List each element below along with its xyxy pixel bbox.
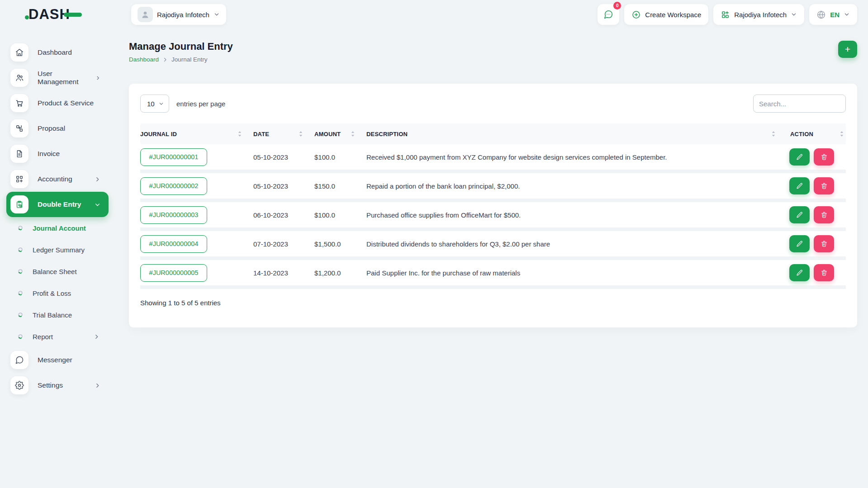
invoice-icon <box>10 145 28 163</box>
sort-icon[interactable] <box>299 131 303 137</box>
edit-button[interactable] <box>789 235 810 252</box>
column-header-amount[interactable]: AMOUNT <box>308 131 360 137</box>
grid-plus-icon <box>721 10 730 19</box>
page-title: Manage Journal Entry <box>129 41 233 52</box>
create-workspace-label: Create Workspace <box>645 11 701 19</box>
breadcrumb: Dashboard Journal Entry <box>129 56 233 63</box>
delete-button[interactable] <box>814 264 834 281</box>
pencil-icon <box>796 269 803 276</box>
sort-icon[interactable] <box>351 131 355 137</box>
sidebar-item-dashboard[interactable]: Dashboard <box>0 40 109 65</box>
column-header-date[interactable]: DATE <box>247 131 308 137</box>
company-selector[interactable]: Rajodiya Infotech <box>713 4 804 25</box>
sort-icon[interactable] <box>771 131 776 137</box>
bullet-icon <box>18 247 23 252</box>
avatar <box>138 7 153 22</box>
pencil-icon <box>796 182 803 190</box>
sort-icon[interactable] <box>840 131 844 137</box>
users-icon <box>10 69 28 87</box>
workspace-name: Rajodiya Infotech <box>157 11 209 19</box>
bullet-icon <box>18 226 23 230</box>
delete-button[interactable] <box>814 148 834 166</box>
sidebar-item-product-service[interactable]: Product & Service <box>0 90 109 116</box>
topbar: DASH Rajodiya Infotech 0 Create Workspac… <box>0 0 868 29</box>
sidebar-subitem-profit-loss[interactable]: Profit & Loss <box>0 282 109 304</box>
table-row: #JUR000000002 05-10-2023 $150.0 Repaid a… <box>140 173 846 202</box>
entries-per-page-select[interactable]: 10 <box>140 95 169 113</box>
edit-button[interactable] <box>789 206 810 223</box>
sidebar-item-invoice[interactable]: Invoice <box>0 141 109 166</box>
messenger-icon <box>10 351 28 369</box>
breadcrumb-current: Journal Entry <box>171 56 208 63</box>
journal-date: 05-10-2023 <box>247 182 308 190</box>
pencil-icon <box>796 240 803 247</box>
table-summary: Showing 1 to 5 of 5 entries <box>140 299 846 307</box>
delete-button[interactable] <box>814 177 834 194</box>
journal-amount: $1,200.0 <box>308 269 360 277</box>
gear-icon <box>10 376 28 394</box>
sidebar-item-settings[interactable]: Settings <box>0 373 109 398</box>
chat-bubble-icon <box>603 9 613 19</box>
accounting-icon <box>10 170 28 188</box>
proposal-icon <box>10 119 28 137</box>
bullet-icon <box>18 269 23 274</box>
search-input[interactable] <box>753 95 846 113</box>
chevron-right-icon <box>95 176 100 182</box>
journal-description: Received $1,000 payment from XYZ Company… <box>360 153 780 161</box>
journal-id-pill[interactable]: #JUR000000003 <box>140 206 207 224</box>
language-selector[interactable]: EN <box>809 4 857 25</box>
bullet-icon <box>18 313 23 317</box>
sidebar-subitem-trial-balance[interactable]: Trial Balance <box>0 304 109 326</box>
sidebar-subitem-journal-account[interactable]: Journal Account <box>0 217 109 239</box>
trash-icon <box>821 182 828 190</box>
breadcrumb-dashboard-link[interactable]: Dashboard <box>129 56 159 63</box>
create-workspace-button[interactable]: Create Workspace <box>624 4 708 25</box>
sidebar-item-proposal[interactable]: Proposal <box>0 116 109 141</box>
sort-icon[interactable] <box>237 131 242 137</box>
chevron-down-icon <box>791 11 797 18</box>
delete-button[interactable] <box>814 235 834 252</box>
sidebar-item-user-management[interactable]: User Management <box>0 65 109 90</box>
pencil-icon <box>796 211 803 218</box>
journal-id-pill[interactable]: #JUR000000001 <box>140 148 207 166</box>
edit-button[interactable] <box>789 264 810 281</box>
workspace-selector[interactable]: Rajodiya Infotech <box>131 4 226 25</box>
sidebar-subitem-report[interactable]: Report <box>0 326 109 347</box>
column-header-action[interactable]: ACTION <box>780 131 846 137</box>
column-header-journal-id[interactable]: JOURNAL ID <box>140 131 247 137</box>
edit-button[interactable] <box>789 148 810 166</box>
trash-icon <box>821 269 828 276</box>
trash-icon <box>821 153 828 161</box>
edit-button[interactable] <box>789 177 810 194</box>
company-name: Rajodiya Infotech <box>734 11 787 19</box>
cart-icon <box>10 94 28 112</box>
sidebar-item-double-entry[interactable]: Double Entry <box>6 192 109 217</box>
chevron-down-icon <box>844 11 850 18</box>
bullet-icon <box>18 291 23 295</box>
chevron-right-icon <box>95 383 100 389</box>
sidebar-item-accounting[interactable]: Accounting <box>0 166 109 192</box>
journal-description: Paid Supplier Inc. for the purchase of r… <box>360 269 780 277</box>
language-code: EN <box>830 11 840 19</box>
clipboard-check-icon <box>10 195 28 213</box>
column-header-description[interactable]: DESCRIPTION <box>360 131 780 137</box>
globe-icon <box>816 10 826 19</box>
messages-button[interactable]: 0 <box>598 4 619 25</box>
journal-id-pill[interactable]: #JUR000000005 <box>140 264 207 282</box>
sidebar-subitem-ledger-summary[interactable]: Ledger Summary <box>0 239 109 261</box>
bullet-icon <box>18 334 23 339</box>
create-journal-entry-button[interactable]: + <box>838 41 857 58</box>
plus-icon: + <box>845 44 850 55</box>
journal-entries-table: JOURNAL ID DATE AMOUNT DESCRIPTION ACTIO… <box>140 123 846 289</box>
table-row: #JUR000000003 06-10-2023 $100.0 Purchase… <box>140 202 846 231</box>
sidebar: Dashboard User Management Product & Serv… <box>0 29 109 398</box>
trash-icon <box>821 211 828 218</box>
table-row: #JUR000000005 14-10-2023 $1,200.0 Paid S… <box>140 260 846 289</box>
journal-id-pill[interactable]: #JUR000000002 <box>140 177 207 195</box>
journal-id-pill[interactable]: #JUR000000004 <box>140 235 207 253</box>
chevron-down-icon <box>95 202 100 208</box>
dash-logo[interactable]: DASH <box>0 6 109 23</box>
sidebar-subitem-balance-sheet[interactable]: Balance Sheet <box>0 261 109 282</box>
sidebar-item-messenger[interactable]: Messenger <box>0 347 109 373</box>
delete-button[interactable] <box>814 206 834 223</box>
